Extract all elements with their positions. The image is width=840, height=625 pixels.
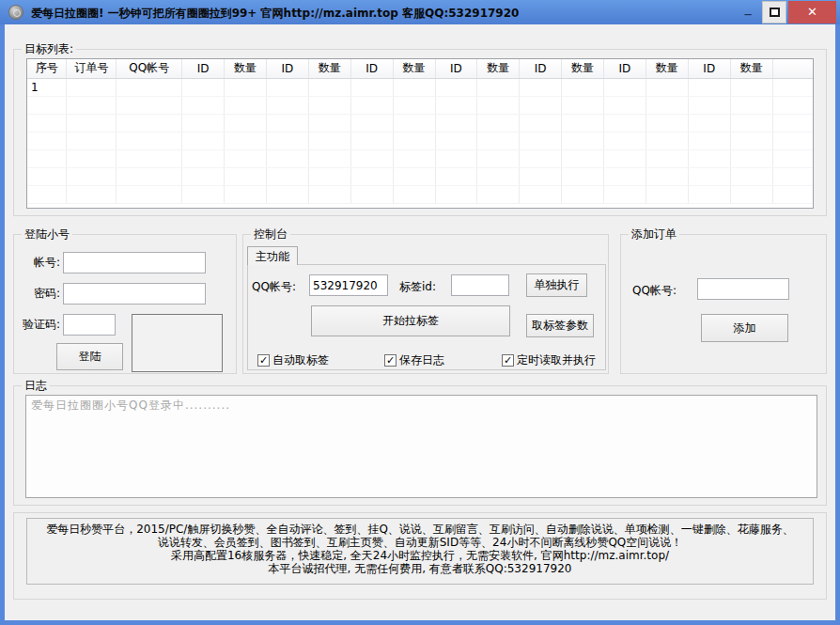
- checkbox-save-log[interactable]: ✓ 保存日志: [384, 352, 444, 368]
- table-cell: [730, 185, 772, 203]
- table-cell: [604, 114, 646, 132]
- table-cell: [562, 132, 604, 149]
- checkbox-checked-icon: ✓: [384, 354, 397, 367]
- minimize-icon: ─: [744, 8, 751, 22]
- column-header[interactable]: ID: [182, 59, 225, 78]
- maximize-button[interactable]: [762, 1, 786, 23]
- table-row[interactable]: 1: [27, 78, 813, 96]
- table-cell: [477, 78, 520, 96]
- add-order-qq-input[interactable]: [697, 278, 789, 300]
- start-pull-tag-button[interactable]: 开始拉标签: [311, 305, 510, 336]
- column-header[interactable]: 数量: [477, 59, 520, 78]
- password-input[interactable]: [63, 283, 206, 305]
- minimize-button[interactable]: ─: [736, 1, 760, 23]
- table-cell: [477, 96, 520, 114]
- table-cell: [688, 149, 730, 167]
- table-cell: [730, 114, 772, 132]
- column-header[interactable]: 数量: [646, 59, 688, 78]
- table-cell: [308, 78, 350, 96]
- table-cell: [730, 149, 772, 167]
- table-row[interactable]: [27, 149, 813, 167]
- checkbox-auto-fetch-tag[interactable]: ✓ 自动取标签: [257, 352, 329, 368]
- table-cell: [117, 114, 182, 132]
- target-table-head: 序号订单号QQ帐号ID数量ID数量ID数量ID数量ID数量ID数量ID数量: [27, 59, 813, 78]
- title-bar[interactable]: 爱每日拉圈圈! 一秒钟可把所有圈圈拉到99+ 官网http://mz.aimr.…: [0, 0, 840, 24]
- table-row[interactable]: [27, 114, 813, 132]
- table-cell: [562, 149, 604, 167]
- tag-id-input[interactable]: [451, 274, 509, 296]
- login-button[interactable]: 登陆: [56, 343, 123, 370]
- target-table: 序号订单号QQ帐号ID数量ID数量ID数量ID数量ID数量ID数量ID数量 1: [27, 59, 813, 204]
- table-cell: [225, 185, 267, 203]
- table-cell: [477, 185, 520, 203]
- table-cell: [27, 185, 67, 203]
- target-list-table[interactable]: 序号订单号QQ帐号ID数量ID数量ID数量ID数量ID数量ID数量ID数量 1: [26, 58, 814, 209]
- column-header[interactable]: ID: [604, 59, 646, 78]
- run-single-button[interactable]: 单独执行: [526, 273, 587, 297]
- table-cell: [225, 78, 267, 96]
- table-cell: [117, 167, 182, 185]
- qq-account-input[interactable]: [309, 274, 388, 296]
- table-cell: [117, 132, 182, 149]
- log-group-label: 日志: [22, 379, 50, 393]
- table-row[interactable]: [27, 167, 813, 185]
- captcha-image-box[interactable]: [132, 314, 223, 372]
- table-cell: [350, 78, 393, 96]
- account-input[interactable]: [63, 252, 206, 273]
- column-header[interactable]: 数量: [308, 59, 350, 78]
- column-header[interactable]: 序号: [27, 59, 67, 78]
- account-label: 帐号:: [26, 256, 60, 269]
- table-row[interactable]: [27, 132, 813, 149]
- table-cell: [435, 78, 477, 96]
- table-cell: [562, 167, 604, 185]
- column-header[interactable]: ID: [266, 59, 308, 78]
- console-group: 控制台 主功能 QQ帐号: 标签id: 单独执行 开始拉标签 取标签参数 ✓ 自…: [242, 234, 609, 374]
- captcha-label: 验证码:: [16, 318, 60, 331]
- table-row[interactable]: [27, 185, 813, 203]
- column-header[interactable]: 数量: [393, 59, 435, 78]
- qq-account-label: QQ帐号:: [252, 280, 296, 293]
- tag-id-label: 标签id:: [399, 280, 436, 293]
- table-cell: [562, 114, 604, 132]
- column-header[interactable]: ID: [435, 59, 477, 78]
- column-header[interactable]: 数量: [562, 59, 604, 78]
- table-row[interactable]: [27, 96, 813, 114]
- column-header[interactable]: ID: [520, 59, 562, 78]
- login-group-label: 登陆小号: [22, 227, 72, 242]
- close-button[interactable]: ✕: [788, 1, 836, 23]
- window-border-left: [0, 24, 5, 620]
- table-cell: [435, 96, 477, 114]
- checkbox-label: 自动取标签: [272, 352, 329, 368]
- captcha-input[interactable]: [63, 314, 116, 336]
- add-order-group-label: 添加订单: [629, 227, 679, 242]
- close-icon: ✕: [807, 5, 817, 19]
- column-header[interactable]: 订单号: [67, 59, 117, 78]
- add-button[interactable]: 添加: [701, 314, 788, 342]
- column-header[interactable]: 数量: [225, 59, 267, 78]
- table-cell: [117, 185, 182, 203]
- table-cell: [27, 96, 67, 114]
- checkbox-label: 保存日志: [399, 352, 444, 368]
- table-cell: [266, 114, 308, 132]
- window-border-bottom: [0, 620, 840, 625]
- table-cell: [477, 149, 520, 167]
- log-textbox[interactable]: 爱每日拉圈圈小号QQ登录中..........: [25, 395, 817, 498]
- table-cell: [182, 185, 225, 203]
- table-cell: 1: [27, 78, 67, 96]
- table-cell: [688, 185, 730, 203]
- column-header[interactable]: ID: [350, 59, 393, 78]
- checkbox-timed-read-execute[interactable]: ✓ 定时读取并执行: [502, 352, 596, 368]
- app-icon: [8, 5, 23, 20]
- table-cell: [435, 167, 477, 185]
- fetch-tag-params-button[interactable]: 取标签参数: [526, 314, 594, 337]
- column-header[interactable]: ID: [688, 59, 730, 78]
- table-cell: [67, 185, 117, 203]
- table-cell: [646, 132, 688, 149]
- checkbox-checked-icon: ✓: [502, 354, 514, 367]
- table-cell: [182, 96, 225, 114]
- column-header[interactable]: QQ帐号: [117, 59, 182, 78]
- table-cell: [350, 132, 393, 149]
- table-cell: [772, 167, 813, 185]
- column-header[interactable]: 数量: [730, 59, 772, 78]
- tab-main-function[interactable]: 主功能: [247, 246, 298, 265]
